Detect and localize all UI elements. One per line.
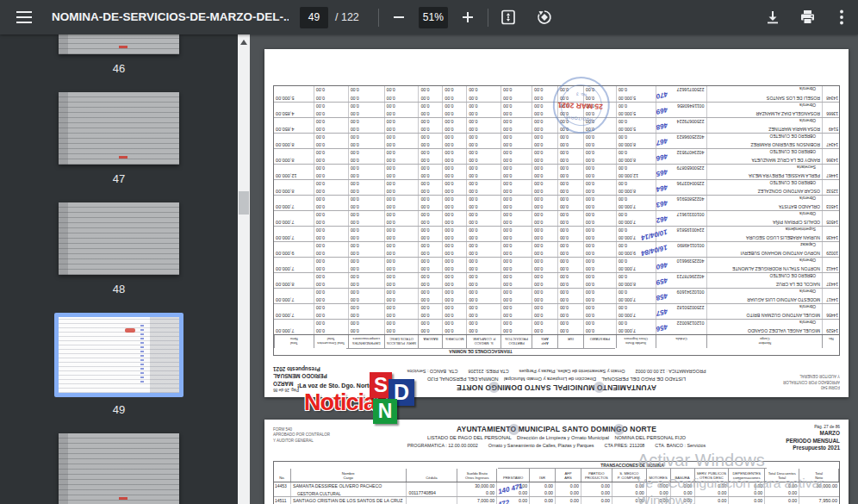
- windows-activation-watermark: Activar Windows Ve a Configuración para …: [637, 451, 824, 504]
- hamburger-icon: [16, 11, 32, 23]
- audit-stamp: AUDITORIA No. 3 25 MAR 2021: [546, 70, 616, 136]
- print-icon: [799, 9, 816, 25]
- thumbnail-rail: 46 47 48 49: [0, 34, 238, 504]
- watermark-line3: Windows.: [637, 493, 824, 504]
- download-icon: [765, 9, 780, 25]
- menu-button[interactable]: [14, 7, 34, 28]
- thumbnail-page-49-selected[interactable]: [54, 313, 183, 397]
- table-row: 14456MIGUEL ANTONIO GUZMAN BRITOObrero/a…: [274, 303, 839, 319]
- table-row: 14438NURIAN ARABELIS LUGO SEGURASuperint…: [274, 226, 839, 241]
- rotate-icon: [536, 9, 553, 26]
- thumbnail-label-47: 47: [0, 172, 238, 185]
- zoom-out-button[interactable]: [388, 6, 410, 28]
- toolbar-center-controls: 49 / 122 51%: [300, 0, 556, 34]
- stamp-mark: [119, 46, 127, 48]
- watermark-line1: Activar Windows: [637, 451, 824, 470]
- table-row: 14412NORTON STALYN RODRIGUEZ ALMONTEObre…: [274, 257, 839, 272]
- minus-icon: [393, 11, 405, 23]
- thumbnail-label-49: 49: [0, 403, 238, 416]
- thumbnail-page-47[interactable]: [59, 92, 179, 165]
- faint-seal: [613, 424, 625, 435]
- page-46-preview: [59, 34, 179, 54]
- sdn-letter-n: N: [373, 399, 397, 424]
- page-49-rotated: FORM 540APROBADO POR CONTRALORY AUDITOR …: [264, 49, 849, 397]
- plus-icon: [462, 11, 474, 23]
- table-row: 14467PERLA MASSIEL PEREYRA MEJIASecretar…: [274, 164, 839, 179]
- table-row: 12532OSCAR ANTONIO GONZALEZOBRERO DE CUN…: [274, 179, 839, 195]
- page-49-preview: [59, 317, 179, 393]
- stamp-mark: [125, 328, 135, 333]
- table-row: 10029NORVO ANTONIO MOHANO SUBERVICapataz…: [274, 241, 839, 257]
- table-row: 14529MIGUEL ANGEL VALDEZ OGANDOObrero/a0…: [274, 319, 839, 334]
- page-47-preview: [59, 92, 179, 165]
- table-row: 14437NAICOL DE LA CRUZOBRERO DE CUNETEO4…: [274, 272, 839, 288]
- thumbnail-page-46[interactable]: [59, 34, 179, 54]
- sdn-tagline: ¡La voz de Sto. Dgo. Norte!: [297, 383, 374, 389]
- zoom-level-input[interactable]: 51%: [419, 7, 448, 28]
- watermark-line2: Ve a Configuración para activar: [637, 476, 824, 491]
- document-viewport[interactable]: FORM 540APROBADO POR CONTRALORY AUDITOR …: [250, 34, 858, 504]
- handwriting-marks: [140, 322, 144, 383]
- stamp-mark: [119, 497, 127, 500]
- thumbnail-label-48: 48: [0, 283, 238, 296]
- pdf-viewer-window: NOMINA-DE-SERVICIOS-DE-MARZO-DEL-... 49 …: [0, 0, 858, 504]
- document-title: NOMINA-DE-SERVICIOS-DE-MARZO-DEL-...: [52, 10, 289, 23]
- thumbnail-page-50[interactable]: [59, 433, 179, 504]
- page-50-preview: [59, 433, 179, 504]
- fit-to-page-button[interactable]: [497, 6, 519, 28]
- sidebar-scrollbar[interactable]: [238, 34, 250, 504]
- pdf-toolbar: NOMINA-DE-SERVICIOS-DE-MARZO-DEL-... 49 …: [0, 0, 858, 34]
- faint-seal: [508, 424, 519, 435]
- scrollbar-thumb[interactable]: [239, 191, 249, 215]
- page-count-label: / 122: [335, 11, 359, 23]
- thumbnail-sidebar: 46 47 48 49: [0, 34, 250, 504]
- table-band-label: TRANSACCIONES DE NOMINA: [346, 348, 615, 354]
- print-button[interactable]: [796, 6, 818, 28]
- stamp-mark: [119, 156, 127, 159]
- kebab-menu-icon: [840, 9, 843, 25]
- more-options-button[interactable]: [830, 6, 853, 28]
- rotate-button[interactable]: [533, 6, 556, 28]
- toolbar-divider: [488, 9, 488, 27]
- table-row: 14366RANDY DE LA CRUZ MANZUETAOBRERO DE …: [274, 148, 839, 164]
- thumbnail-label-46: 46: [0, 62, 238, 75]
- fit-page-icon: [501, 9, 516, 25]
- toolbar-divider: [378, 9, 379, 27]
- toolbar-right-controls: [762, 6, 853, 28]
- page-number-input[interactable]: 49: [300, 7, 328, 28]
- table-row: 14505ODALIS CIPRIAN PIÑAObrero/a00103319…: [274, 210, 839, 226]
- table-row: 14347ROBINSON SEVERINO RAMIREZOBRERO DE …: [274, 133, 839, 148]
- sdn-noticias-logo: ¡La voz de Sto. Dgo. Norte! Noticias S D…: [297, 374, 435, 443]
- page-48-preview: [59, 202, 179, 275]
- thumbnail-page-48[interactable]: [59, 202, 179, 275]
- zoom-in-button[interactable]: [457, 6, 479, 28]
- table-row: 14417MODESTO ANTONIO LUIS AGUIARObrero/a…: [274, 288, 839, 303]
- download-button[interactable]: [762, 6, 784, 28]
- table-row: 14503ORLANDO BATISTAObrero/a402258059167…: [274, 195, 839, 210]
- scroll-up-arrow[interactable]: [240, 40, 247, 45]
